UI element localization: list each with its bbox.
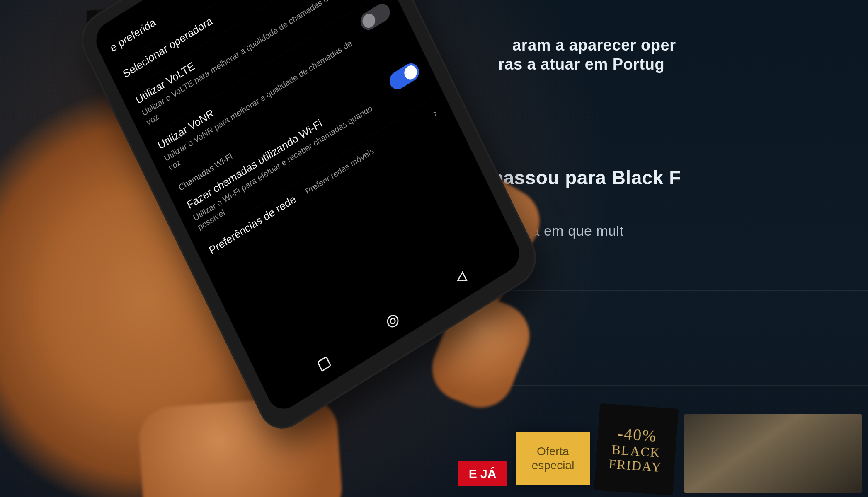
wifi-calling-toggle[interactable] (387, 60, 422, 93)
divider (464, 113, 868, 113)
toggle-knob (360, 11, 377, 30)
recent-apps-button[interactable] (315, 354, 334, 375)
ad-black-friday: -40% BLACK FRIDAY (594, 403, 679, 496)
toggle-knob (402, 63, 419, 82)
circle-icon (384, 311, 402, 331)
back-button[interactable] (452, 268, 471, 290)
home-button[interactable] (384, 311, 403, 333)
svg-rect-0 (318, 357, 331, 371)
vonr-toggle[interactable] (358, 0, 393, 33)
divider (464, 290, 868, 291)
divider (464, 385, 868, 386)
ad-black-line2: FRIDAY (608, 456, 662, 475)
triangle-icon (452, 268, 470, 289)
svg-point-2 (390, 318, 396, 325)
badge-assine-ja: E JÁ (458, 461, 507, 486)
ad-yellow-line1: Oferta (537, 444, 569, 458)
ad-black-pct: -40% (617, 425, 657, 445)
square-icon (315, 354, 333, 374)
svg-point-1 (386, 314, 400, 329)
ad-yellow-offer: Oferta especial (516, 432, 590, 485)
chevron-right-icon: › (427, 103, 441, 121)
ad-thumbnail (684, 414, 862, 493)
ad-yellow-line2: especial (532, 458, 575, 473)
bg-headline-frag-1: aram a aparecer oper (512, 36, 676, 54)
bg-headline-frag-2: ras a atuar em Portug (498, 55, 664, 73)
